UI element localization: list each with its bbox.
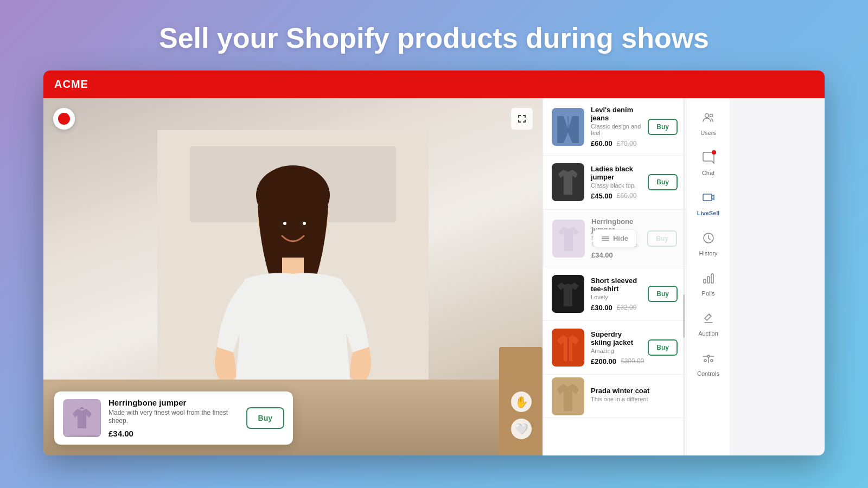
app-header: ACME — [43, 70, 825, 98]
herringbone-image — [552, 220, 585, 258]
app-container: ACME — [43, 70, 825, 455]
hide-tooltip[interactable]: Hide — [593, 229, 636, 248]
nav-label-history: History — [699, 250, 717, 256]
product-overlay-card: Herringbone jumper Made with very finest… — [54, 391, 293, 445]
overlay-product-desc: Made with very finest wool from the fine… — [108, 409, 239, 426]
nav-item-auction[interactable]: Auction — [690, 304, 727, 344]
svg-rect-30 — [707, 277, 710, 283]
chat-badge — [712, 150, 716, 155]
nav-label-livesell: LiveSell — [697, 210, 720, 216]
levis-image — [552, 108, 584, 146]
product-desc-prada: This one in a different — [591, 396, 678, 402]
product-card-ladies-jumper: Ladies black jumper Classy black top. £4… — [543, 156, 686, 209]
product-card-tshirt: Short sleeved tee-shirt Lovely £30.00 £3… — [543, 267, 686, 321]
overlay-product-image — [63, 399, 101, 437]
product-name-prada: Prada winter coat — [591, 387, 678, 395]
svg-point-25 — [705, 114, 709, 118]
svg-rect-29 — [704, 279, 706, 283]
hero-title: Sell your Shopify products during shows — [0, 0, 868, 70]
overlay-product-info: Herringbone jumper Made with very finest… — [108, 398, 239, 438]
hide-icon — [601, 234, 610, 243]
herringbone-jumper-overlay-img — [65, 400, 100, 435]
polls-icon — [702, 272, 715, 288]
product-prices-tshirt: £30.00 £32.00 — [591, 304, 641, 312]
nav-item-chat[interactable]: Chat — [690, 144, 727, 184]
product-name-levis: Levi's denim jeans — [591, 106, 641, 122]
product-price-herringbone: £34.00 — [591, 251, 613, 259]
product-orig-price-levis: £70.00 — [617, 140, 637, 147]
product-prices-levis: £60.00 £70.00 — [591, 139, 641, 147]
fullscreen-button[interactable] — [511, 108, 533, 130]
product-card-info-ski-jacket: Superdry skiing jacket Amazing £200.00 £… — [591, 330, 641, 365]
right-nav: Users Chat — [686, 98, 730, 455]
users-icon — [702, 111, 715, 127]
fullscreen-icon — [516, 113, 527, 124]
nav-item-polls[interactable]: Polls — [690, 264, 727, 304]
svg-point-11 — [283, 222, 286, 225]
overlay-buy-button[interactable]: Buy — [246, 407, 284, 429]
nav-label-users: Users — [700, 130, 716, 136]
history-icon — [702, 232, 715, 248]
products-sidebar: Levi's denim jeans Classic design and fe… — [542, 98, 686, 455]
product-name-ladies-jumper: Ladies black jumper — [591, 165, 641, 181]
buy-button-levis[interactable]: Buy — [648, 119, 678, 135]
nav-label-controls: Controls — [697, 370, 719, 377]
app-logo: ACME — [54, 78, 88, 91]
overlay-product-name: Herringbone jumper — [108, 398, 239, 407]
buy-button-ladies-jumper[interactable]: Buy — [648, 174, 678, 190]
product-card-herringbone: Herringbone jumper Made with very finest… — [543, 209, 686, 267]
product-orig-price-ski-jacket: £300.00 — [621, 357, 644, 365]
nav-label-auction: Auction — [698, 330, 718, 337]
product-thumb-prada — [552, 377, 584, 415]
product-card-info-tshirt: Short sleeved tee-shirt Lovely £30.00 £3… — [591, 277, 641, 312]
buy-button-ski-jacket[interactable]: Buy — [648, 339, 678, 356]
svg-point-9 — [279, 220, 288, 230]
svg-point-26 — [710, 114, 712, 117]
product-desc-ladies-jumper: Classy black top. — [591, 182, 641, 189]
product-desc-levis: Classic design and feel — [591, 123, 641, 136]
controls-icon — [702, 352, 715, 368]
overlay-product-price: £34.00 — [108, 429, 239, 438]
product-price-ski-jacket: £200.00 — [591, 357, 616, 365]
product-orig-price-ladies-jumper: £66.00 — [617, 192, 637, 200]
auction-icon — [702, 312, 715, 328]
app-body: ✋ 🤍 Herringbone jumper Made with very fi… — [43, 98, 825, 455]
buy-button-herringbone[interactable]: Buy — [647, 230, 677, 247]
product-price-tshirt: £30.00 — [591, 304, 612, 312]
nav-label-chat: Chat — [702, 170, 714, 176]
product-prices-herringbone: £34.00 — [591, 251, 641, 259]
product-price-ladies-jumper: £45.00 — [591, 192, 612, 200]
product-card-info-levis: Levi's denim jeans Classic design and fe… — [591, 106, 641, 147]
heart-reaction-button[interactable]: 🤍 — [511, 419, 532, 439]
product-orig-price-tshirt: £32.00 — [617, 304, 637, 311]
product-desc-tshirt: Lovely — [591, 294, 641, 300]
product-card-levis: Levi's denim jeans Classic design and fe… — [543, 98, 686, 156]
product-thumb-levis — [552, 108, 584, 146]
product-thumb-ladies-jumper — [552, 163, 584, 201]
tshirt-image — [552, 275, 584, 313]
buy-button-tshirt[interactable]: Buy — [648, 286, 678, 302]
product-card-prada: Prada winter coat This one in a differen… — [543, 375, 686, 418]
hide-tooltip-label: Hide — [613, 234, 628, 242]
nav-item-livesell[interactable]: LiveSell — [690, 184, 727, 224]
product-prices-ladies-jumper: £45.00 £66.00 — [591, 192, 641, 200]
nav-item-users[interactable]: Users — [690, 104, 727, 144]
scrollbar-thumb[interactable] — [683, 294, 685, 338]
product-thumb-herringbone — [552, 220, 585, 258]
svg-rect-31 — [711, 274, 713, 283]
chat-icon — [702, 151, 715, 168]
svg-rect-19 — [602, 238, 609, 239]
scrollbar-track[interactable] — [683, 98, 685, 455]
product-desc-ski-jacket: Amazing — [591, 348, 641, 354]
nav-item-controls[interactable]: Controls — [690, 344, 727, 384]
product-card-ski-jacket: Superdry skiing jacket Amazing £200.00 £… — [543, 321, 686, 375]
livesell-icon — [702, 191, 715, 208]
svg-point-10 — [298, 220, 307, 230]
svg-rect-27 — [703, 194, 712, 201]
product-thumb-tshirt — [552, 275, 584, 313]
hand-reaction-button[interactable]: ✋ — [511, 391, 532, 412]
product-name-ski-jacket: Superdry skiing jacket — [591, 330, 641, 346]
record-indicator[interactable] — [53, 108, 75, 130]
ski-jacket-image — [552, 329, 584, 367]
nav-item-history[interactable]: History — [690, 224, 727, 264]
